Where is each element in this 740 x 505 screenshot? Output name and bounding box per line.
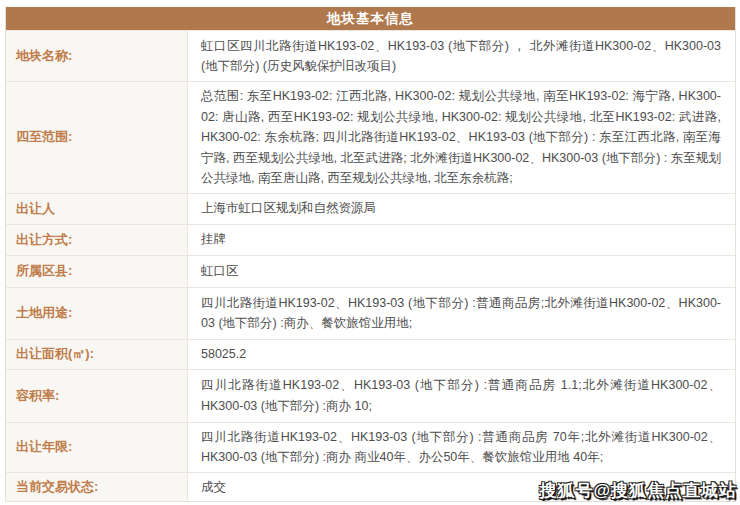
row-value: 58025.2 bbox=[188, 340, 735, 369]
row-value: 上海市虹口区规划和自然资源局 bbox=[188, 194, 735, 224]
row-label: 出让方式: bbox=[6, 225, 188, 255]
row-transfer-method: 出让方式: 挂牌 bbox=[6, 224, 735, 255]
row-label: 出让面积(㎡): bbox=[6, 340, 188, 369]
page: 地块基本信息 地块名称: 虹口区四川北路街道HK193-02、HK193-03 … bbox=[0, 0, 740, 505]
row-label: 所属区县: bbox=[6, 256, 188, 287]
row-value: 总范围: 东至HK193-02: 江西北路, HK300-02: 规划公共绿地,… bbox=[188, 82, 735, 193]
row-transfer-area: 出让面积(㎡): 58025.2 bbox=[6, 339, 735, 369]
row-plot-ratio: 容积率: 四川北路街道HK193-02、HK193-03 (地下部分) :普通商… bbox=[6, 369, 735, 422]
row-label: 地块名称: bbox=[6, 31, 188, 81]
land-info-table: 地块基本信息 地块名称: 虹口区四川北路街道HK193-02、HK193-03 … bbox=[5, 7, 736, 502]
row-value: 虹口区 bbox=[188, 256, 735, 287]
row-label: 土地用途: bbox=[6, 288, 188, 339]
table-title: 地块基本信息 bbox=[6, 7, 735, 30]
row-boundary-range: 四至范围: 总范围: 东至HK193-02: 江西北路, HK300-02: 规… bbox=[6, 81, 735, 193]
row-value: 四川北路街道HK193-02、HK193-03 (地下部分) :普通商品房 70… bbox=[188, 423, 735, 472]
sohu-watermark: 搜狐号@搜狐焦点直城站 bbox=[539, 479, 737, 502]
row-value: 四川北路街道HK193-02、HK193-03 (地下部分) :普通商品房;北外… bbox=[188, 288, 735, 339]
row-parcel-name: 地块名称: 虹口区四川北路街道HK193-02、HK193-03 (地下部分) … bbox=[6, 30, 735, 81]
row-label: 四至范围: bbox=[6, 82, 188, 193]
row-transfer-term: 出让年限: 四川北路街道HK193-02、HK193-03 (地下部分) :普通… bbox=[6, 422, 735, 472]
row-value: 挂牌 bbox=[188, 225, 735, 255]
row-label: 出让年限: bbox=[6, 423, 188, 472]
row-value: 四川北路街道HK193-02、HK193-03 (地下部分) :普通商品房 1.… bbox=[188, 370, 735, 422]
row-label: 出让人 bbox=[6, 194, 188, 224]
row-district: 所属区县: 虹口区 bbox=[6, 255, 735, 287]
row-label: 当前交易状态: bbox=[6, 473, 188, 502]
row-transferor: 出让人 上海市虹口区规划和自然资源局 bbox=[6, 193, 735, 224]
row-label: 容积率: bbox=[6, 370, 188, 422]
row-value: 虹口区四川北路街道HK193-02、HK193-03 (地下部分) ， 北外滩街… bbox=[188, 31, 735, 81]
row-land-use: 土地用途: 四川北路街道HK193-02、HK193-03 (地下部分) :普通… bbox=[6, 287, 735, 339]
